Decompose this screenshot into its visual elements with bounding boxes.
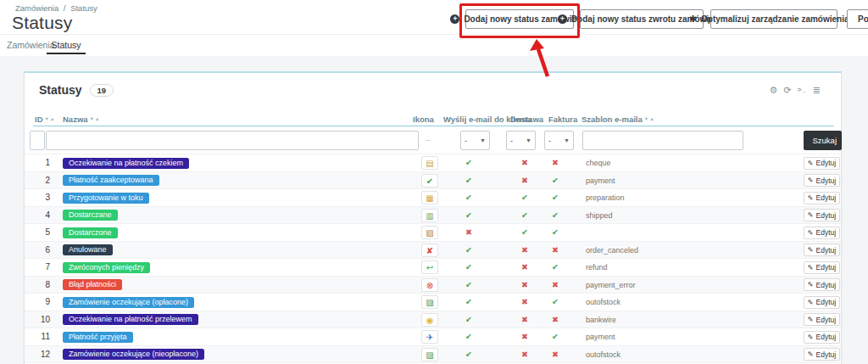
- row-id: 2: [30, 172, 50, 189]
- cross-icon: ✘: [426, 246, 433, 255]
- status-icon-box: ▤: [421, 156, 438, 170]
- edit-button[interactable]: ✎Edytuj: [804, 261, 840, 274]
- delivery-disabled-icon: ✖: [516, 346, 533, 363]
- delivery-disabled-icon: ✖: [516, 172, 533, 189]
- edit-button[interactable]: ✎Edytuj: [804, 244, 840, 256]
- module-icon: ✱: [689, 14, 697, 25]
- search-button[interactable]: Szukaj: [804, 131, 842, 150]
- edit-button-label: Edytuj: [816, 176, 837, 185]
- statuses-panel: Statusy 19 ⚙ ⟳ >_ ≣ ID▼▲ Nazwa▼▲ Ikona W…: [24, 71, 842, 364]
- edit-button-label: Edytuj: [816, 263, 837, 272]
- sort-icon[interactable]: ▼▲: [90, 116, 101, 121]
- delivery-enabled-icon: ✔: [516, 189, 533, 206]
- filter-template-input[interactable]: [582, 131, 743, 150]
- tab-statuses[interactable]: Statusy: [47, 36, 86, 54]
- edit-button[interactable]: ✎Edytuj: [804, 174, 840, 187]
- edit-button-label: Edytuj: [816, 281, 837, 289]
- email-template: cheque: [586, 154, 611, 171]
- delivery-disabled-icon: ✖: [516, 259, 533, 276]
- breadcrumb-parent[interactable]: Zamówienia: [15, 3, 58, 13]
- package-icon: ▧: [426, 228, 433, 238]
- invoice-disabled-icon: ✖: [547, 311, 564, 328]
- tab-orders[interactable]: Zamówienia: [7, 36, 47, 54]
- edit-button[interactable]: ✎Edytuj: [804, 227, 840, 239]
- error-icon: ⊗: [426, 281, 433, 290]
- help-button[interactable]: Pomoc: [847, 9, 868, 29]
- email-template: outofstock: [586, 294, 620, 311]
- column-header-template: Szablon e-maila▼▲: [581, 115, 655, 124]
- email-template: payment: [586, 172, 615, 189]
- status-badge: Błąd płatności: [63, 279, 122, 290]
- invoice-disabled-icon: ✖: [547, 277, 564, 294]
- email-template: payment_error: [586, 277, 636, 294]
- delivery-disabled-icon: ✖: [516, 294, 533, 311]
- edit-button[interactable]: ✎Edytuj: [804, 157, 840, 170]
- filter-name-input[interactable]: [46, 131, 419, 150]
- sort-icon[interactable]: ▼▲: [45, 116, 56, 121]
- edit-button[interactable]: ✎Edytuj: [804, 313, 840, 326]
- status-badge: Anulowane: [63, 244, 113, 255]
- row-id: 11: [30, 328, 50, 345]
- sql-query-icon[interactable]: >_: [798, 84, 807, 96]
- email-template: refund: [586, 259, 608, 276]
- email-template: outofstock: [586, 346, 620, 363]
- filter-icon-placeholder: --: [426, 136, 430, 143]
- pencil-icon: ✎: [808, 316, 814, 323]
- table-row: 11Płatność przyjęta✈✔✖✔payment✎Edytuj: [25, 328, 841, 345]
- pencil-icon: ✎: [808, 176, 814, 184]
- status-icon-box: ✔: [421, 174, 438, 188]
- invoice-enabled-icon: ✔: [547, 189, 564, 206]
- edit-button-label: Edytuj: [816, 350, 837, 359]
- sort-icon[interactable]: ▼▲: [644, 116, 655, 121]
- filter-delivery-select[interactable]: -▼: [506, 131, 536, 150]
- edit-button[interactable]: ✎Edytuj: [804, 331, 840, 344]
- edit-button[interactable]: ✎Edytuj: [804, 192, 840, 204]
- optimize-orders-button[interactable]: ✱ Optymalizuj zarządzanie zamówieniami: [710, 9, 837, 29]
- invoice-disabled-icon: ✖: [547, 346, 564, 363]
- page-header: Zamówienia / Statusy Statusy + Dodaj now…: [0, 0, 868, 56]
- filter-invoice-select[interactable]: -▼: [544, 131, 574, 150]
- chevron-down-icon: ▼: [480, 137, 486, 143]
- plus-circle-icon: +: [450, 14, 459, 24]
- row-id: 8: [30, 277, 50, 294]
- email-enabled-icon: ✔: [460, 207, 477, 224]
- table-row: 2Płatność zaakceptowana✔✔✖✔payment✎Edytu…: [25, 171, 841, 189]
- status-icon-box: ◉: [421, 313, 438, 327]
- delivery-enabled-icon: ✔: [516, 224, 533, 241]
- invoice-enabled-icon: ✔: [547, 328, 564, 345]
- panel-title: Statusy: [39, 83, 82, 97]
- table-row: 5Dostarczone▧✖✔✔✎Edytuj: [25, 223, 841, 241]
- export-sql-icon[interactable]: ≣: [813, 84, 821, 96]
- table-row: 8Błąd płatności⊗✔✖✖payment_error✎Edytuj: [25, 276, 841, 294]
- status-icon-box: ▧: [421, 226, 438, 239]
- invoice-enabled-icon: ✔: [547, 224, 564, 241]
- filter-id-input[interactable]: [30, 131, 45, 150]
- email-enabled-icon: ✔: [460, 242, 477, 259]
- pencil-icon: ✎: [808, 211, 814, 219]
- email-disabled-icon: ✖: [460, 224, 477, 241]
- edit-button[interactable]: ✎Edytuj: [804, 209, 840, 221]
- invoice-disabled-icon: ✖: [547, 242, 564, 259]
- email-enabled-icon: ✔: [460, 294, 477, 311]
- pencil-icon: ✎: [808, 246, 814, 254]
- add-return-status-button[interactable]: + Dodaj nowy status zwrotu zamówienia: [580, 9, 704, 29]
- edit-button[interactable]: ✎Edytuj: [804, 296, 840, 309]
- edit-button[interactable]: ✎Edytuj: [804, 278, 840, 291]
- status-icon-box: ✘: [421, 244, 438, 257]
- status-badge: Płatność zaakceptowana: [63, 175, 159, 186]
- row-id: 4: [30, 207, 50, 224]
- email-enabled-icon: ✔: [460, 277, 477, 294]
- gear-icon[interactable]: ⚙: [770, 84, 778, 96]
- edit-button[interactable]: ✎Edytuj: [804, 348, 840, 361]
- refresh-icon[interactable]: ⟳: [783, 84, 791, 96]
- invoice-enabled-icon: ✔: [547, 294, 564, 311]
- filter-email-select[interactable]: -▼: [460, 131, 490, 150]
- status-badge: Płatność przyjęta: [63, 332, 133, 343]
- optimize-orders-label: Optymalizuj zarządzanie zamówieniami: [701, 14, 859, 24]
- column-header-invoice: Faktura: [548, 115, 577, 124]
- status-icon-box: ▥: [421, 209, 438, 222]
- help-label: Pomoc: [858, 14, 868, 24]
- email-enabled-icon: ✔: [460, 259, 477, 276]
- pencil-icon: ✎: [808, 229, 814, 237]
- edit-button-label: Edytuj: [816, 298, 837, 306]
